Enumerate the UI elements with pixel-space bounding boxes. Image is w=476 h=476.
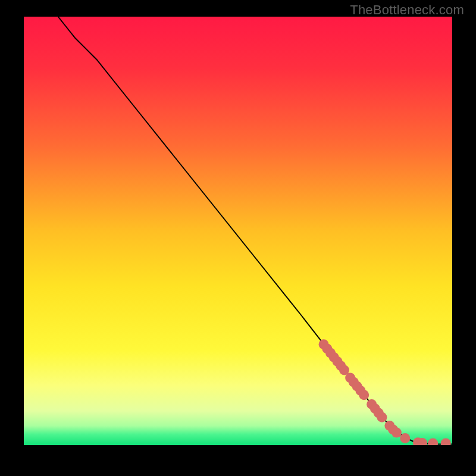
data-marker	[400, 433, 410, 443]
data-marker	[392, 428, 402, 438]
gradient-background	[24, 17, 452, 445]
data-marker	[377, 412, 387, 422]
plot-area	[24, 17, 452, 445]
chart-svg	[24, 17, 452, 445]
attribution-text: TheBottleneck.com	[350, 2, 464, 18]
chart-frame: TheBottleneck.com	[0, 0, 476, 476]
data-marker	[359, 390, 369, 400]
